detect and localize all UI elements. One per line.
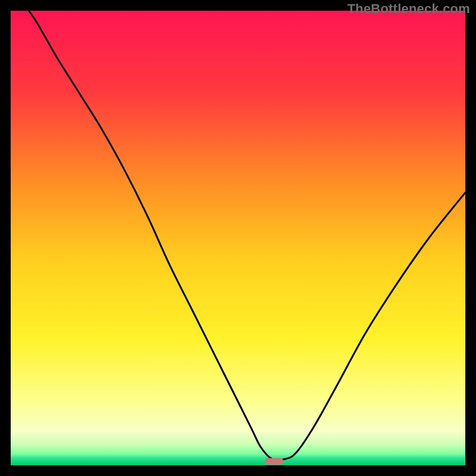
floor-marker	[265, 458, 283, 465]
watermark-text: TheBottleneck.com	[347, 1, 470, 17]
bottleneck-chart	[11, 11, 465, 465]
plot-background	[11, 11, 465, 465]
chart-frame: TheBottleneck.com	[0, 0, 476, 476]
